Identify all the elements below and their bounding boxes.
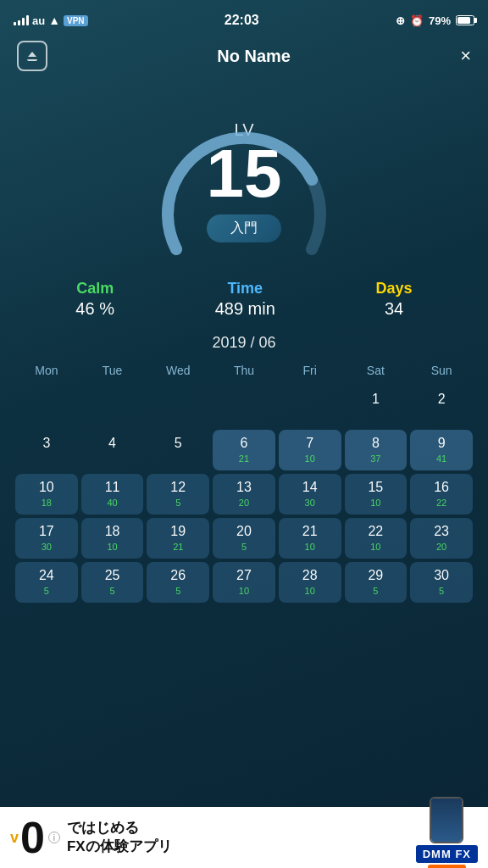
table-row[interactable]: 2320 [408, 516, 474, 560]
day-cell: 295 [345, 562, 408, 603]
day-cell: 2320 [410, 518, 473, 559]
level-circle: LV 15 入門 [151, 88, 337, 258]
table-row[interactable]: 710 [277, 428, 343, 472]
ad-zero-label: 0 [20, 815, 45, 860]
day-number: 18 [105, 523, 120, 541]
wifi-icon: ▲ [48, 14, 60, 27]
day-minutes: 30 [42, 542, 52, 553]
day-minutes: 41 [436, 453, 446, 465]
calendar-week-row: 101811401251320143015101622 [14, 472, 474, 516]
day-cell: 255 [81, 562, 144, 603]
day-minutes: 10 [305, 542, 315, 553]
table-row [277, 384, 343, 428]
table-row[interactable]: 1320 [211, 472, 277, 516]
table-row[interactable]: 1430 [277, 472, 343, 516]
ad-right-block: DMM FX DEMO [416, 797, 478, 868]
day-cell: 305 [410, 562, 473, 603]
table-row[interactable]: 2 [408, 384, 474, 428]
table-row[interactable]: 1921 [145, 516, 211, 560]
table-row[interactable]: 245 [14, 560, 80, 604]
ad-banner[interactable]: v 0 i ではじめるFXの体験アプリ DMM FX DEMO [0, 807, 488, 868]
table-row[interactable]: 205 [211, 516, 277, 560]
table-row[interactable]: 4 [80, 428, 146, 472]
day-cell [147, 386, 209, 426]
status-right: ⊕ ⏰ 79% [396, 14, 474, 27]
battery-icon [456, 15, 474, 25]
day-cell: 4 [81, 430, 144, 470]
ad-info-icon: i [48, 832, 60, 843]
table-row[interactable]: 125 [145, 472, 211, 516]
day-number: 22 [368, 523, 383, 541]
table-row[interactable]: 1510 [343, 472, 409, 516]
days-label: Days [376, 280, 413, 298]
day-minutes: 5 [109, 586, 114, 597]
share-button[interactable] [17, 41, 47, 71]
day-cell: 2 [410, 386, 473, 426]
stat-days: Days 34 [376, 280, 413, 319]
day-number: 12 [170, 479, 186, 497]
table-row[interactable]: 1810 [80, 516, 146, 560]
lock-icon: ⊕ [396, 14, 405, 27]
day-cell: 1320 [213, 474, 275, 515]
vpn-badge: VPN [64, 15, 88, 26]
day-minutes: 10 [107, 542, 117, 553]
dmm-fx-badge: DMM FX [416, 845, 478, 863]
table-row[interactable]: 1622 [408, 472, 474, 516]
day-cell: 2110 [279, 518, 341, 559]
day-cell: 2210 [345, 518, 408, 559]
table-row[interactable]: 2110 [277, 516, 343, 560]
share-arrow-icon [28, 52, 36, 57]
day-number: 27 [236, 567, 252, 585]
stat-time: Time 489 min [215, 280, 275, 319]
table-row[interactable]: 2810 [277, 560, 343, 604]
day-number: 1 [372, 391, 380, 409]
table-row[interactable]: 1730 [14, 516, 80, 560]
day-number: 13 [236, 479, 252, 497]
day-number: 19 [170, 523, 186, 541]
day-number: 17 [39, 523, 54, 541]
table-row [211, 384, 277, 428]
day-minutes: 5 [373, 586, 378, 597]
calendar-month: 2019 / 06 [14, 327, 474, 360]
day-number: 8 [372, 435, 380, 453]
demo-badge: DEMO [428, 865, 466, 868]
calendar-week-row: 173018101921205211022102320 [14, 516, 474, 560]
day-number: 2 [438, 391, 446, 409]
table-row[interactable]: 255 [80, 560, 146, 604]
table-row[interactable]: 2710 [211, 560, 277, 604]
calm-label: Calm [75, 280, 114, 298]
table-row[interactable]: 1 [343, 384, 409, 428]
table-row[interactable]: 305 [408, 560, 474, 604]
table-row[interactable]: 621 [211, 428, 277, 472]
table-row[interactable]: 1140 [80, 472, 146, 516]
table-row[interactable]: 941 [408, 428, 474, 472]
day-number: 10 [39, 479, 54, 497]
calendar-weekday-sat: Sat [343, 360, 409, 384]
table-row[interactable]: 265 [145, 560, 211, 604]
day-cell: 1622 [410, 474, 473, 515]
day-minutes: 40 [107, 498, 117, 509]
share-base-icon [27, 59, 37, 61]
table-row[interactable]: 3 [14, 428, 80, 472]
close-button[interactable]: × [460, 45, 471, 67]
day-minutes: 21 [239, 453, 249, 465]
day-number: 30 [434, 567, 449, 585]
day-number: 6 [241, 435, 248, 453]
table-row[interactable]: 295 [343, 560, 409, 604]
day-number: 25 [105, 567, 120, 585]
carrier-label: au [32, 14, 45, 27]
table-row[interactable]: 2210 [343, 516, 409, 560]
day-minutes: 10 [370, 498, 380, 509]
day-number: 4 [108, 435, 116, 453]
day-cell: 1140 [81, 474, 144, 515]
header: No Name × [0, 37, 488, 80]
day-minutes: 5 [175, 498, 180, 509]
day-minutes: 37 [370, 453, 380, 465]
day-number: 26 [170, 567, 186, 585]
alarm-icon: ⏰ [410, 14, 424, 27]
table-row[interactable]: 1018 [14, 472, 80, 516]
table-row[interactable]: 837 [343, 428, 409, 472]
calendar-weekday-fri: Fri [277, 360, 343, 384]
table-row[interactable]: 5 [145, 428, 211, 472]
day-minutes: 20 [436, 542, 446, 553]
